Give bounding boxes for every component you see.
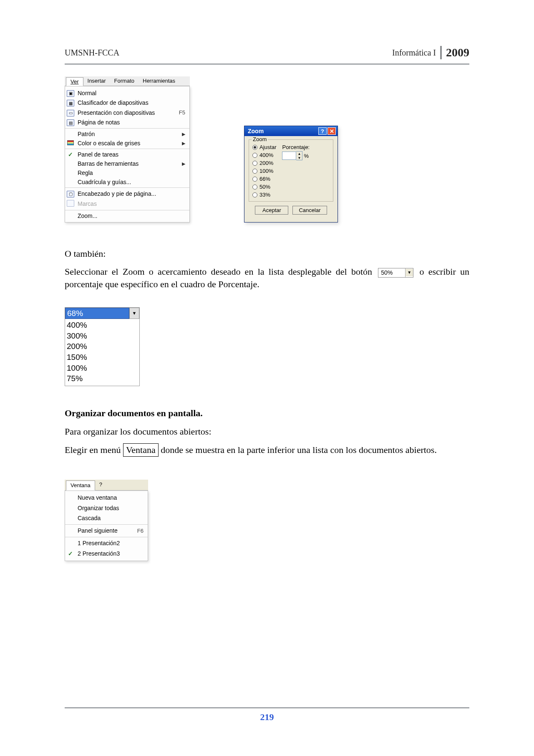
ver-dropdown: ▣ Normal ▦ Clasificador de diapositivas … — [65, 86, 190, 223]
text-para-elegir: Elegir en menú Ventana donde se muestra … — [65, 443, 469, 457]
zoom-dropdown-inline[interactable]: 50% ▼ — [378, 268, 413, 278]
dropdown-selected[interactable]: 68% — [65, 308, 129, 319]
text-intro-zoom: Seleccionar el Zoom o acercamiento desea… — [65, 265, 469, 290]
zoom-dropdown-value: 50% — [378, 268, 406, 277]
radio-200[interactable]: 200% — [252, 160, 276, 166]
cancelar-button[interactable]: Cancelar — [292, 206, 327, 215]
marks-icon — [66, 200, 75, 208]
menu-item-panel-siguiente[interactable]: Panel siguiente F6 — [65, 526, 148, 536]
menu-item-patron[interactable]: Patrón ▶ — [65, 129, 189, 139]
close-button[interactable]: ✕ — [327, 127, 336, 135]
submenu-arrow-icon: ▶ — [182, 141, 185, 146]
year: 2009 — [440, 46, 469, 59]
dropdown-option[interactable]: 300% — [67, 331, 138, 341]
text-para-organizar: Para organizar los documentos abiertos: — [65, 425, 469, 438]
submenu-arrow-icon: ▶ — [182, 161, 185, 167]
boxed-ventana: Ventana — [123, 443, 159, 457]
menu-item-presentacion2[interactable]: 1 Presentación2 — [65, 538, 148, 549]
menu-item-barras[interactable]: Barras de herramientas ▶ — [65, 159, 189, 168]
radio-ajustar[interactable]: Ajustar — [252, 144, 276, 150]
header-footer-icon: ▢ — [66, 190, 75, 197]
page-header: UMSNH-FCCA Informática I 2009 — [65, 46, 469, 65]
porcentaje-input[interactable] — [282, 152, 296, 160]
slideshow-icon: ▭ — [66, 109, 75, 116]
section-title-organizar: Organizar documentos en pantalla. — [65, 407, 469, 420]
ver-menu-screenshot: Ver Insertar Formato Herramientas ▣ Norm… — [65, 76, 190, 223]
menu-insertar[interactable]: Insertar — [83, 77, 110, 86]
zoom-groupbox: Zoom Ajustar 400% 200% 100% 66% 50% — [249, 139, 333, 202]
groupbox-title: Zoom — [252, 136, 268, 142]
porcentaje-spinner[interactable]: ▲▼ — [296, 151, 302, 160]
menu-ventana[interactable]: Ventana — [66, 480, 95, 491]
menu-item-color-escala[interactable]: Color o escala de grises ▶ — [65, 139, 189, 148]
color-grayscale-icon — [66, 140, 75, 147]
porcentaje-label: Porcentaje: — [282, 144, 310, 150]
menu-item-presentacion3[interactable]: ✓ 2 Presentación3 — [65, 549, 148, 559]
org-name: UMSNH-FCCA — [65, 48, 119, 58]
percent-sign: % — [304, 153, 309, 159]
normal-view-icon: ▣ — [66, 89, 75, 97]
radio-33[interactable]: 33% — [252, 192, 276, 198]
aceptar-button[interactable]: Aceptar — [255, 206, 288, 215]
menu-formato[interactable]: Formato — [110, 77, 139, 86]
menu-item-regla[interactable]: Regla — [65, 168, 189, 177]
menu-item-encabezado[interactable]: ▢ Encabezado y pie de página... — [65, 189, 189, 199]
dialog-title: Zoom — [248, 128, 317, 134]
ventana-menubar: Ventana ? — [65, 480, 148, 491]
menu-item-presentacion[interactable]: ▭ Presentación con diapositivas F5 — [65, 108, 189, 118]
radio-400[interactable]: 400% — [252, 152, 276, 158]
dropdown-option[interactable]: 400% — [67, 320, 138, 331]
zoom-dropdown-open: 68% ▼ 400% 300% 200% 150% 100% 75% — [65, 307, 140, 386]
dialog-titlebar: Zoom ? ✕ — [244, 126, 338, 136]
menu-item-panel-tareas[interactable]: ✓ Panel de tareas — [65, 150, 189, 159]
header-right: Informática I 2009 — [392, 46, 469, 59]
notes-page-icon: ▤ — [66, 119, 75, 126]
menu-item-zoom[interactable]: Zoom... — [65, 211, 189, 220]
dropdown-arrow-icon[interactable]: ▼ — [406, 269, 413, 276]
radio-100[interactable]: 100% — [252, 168, 276, 174]
course-name: Informática I — [392, 48, 436, 58]
submenu-arrow-icon: ▶ — [182, 131, 185, 137]
menu-item-pagina-notas[interactable]: ▤ Página de notas — [65, 118, 189, 128]
radio-66[interactable]: 66% — [252, 176, 276, 182]
dropdown-option[interactable]: 100% — [67, 363, 138, 374]
help-button[interactable]: ? — [318, 127, 327, 135]
menu-item-clasificador[interactable]: ▦ Clasificador de diapositivas — [65, 98, 189, 108]
page-footer: 219 — [65, 707, 469, 723]
menu-item-normal[interactable]: ▣ Normal — [65, 88, 189, 98]
menu-item-cascada[interactable]: Cascada — [65, 513, 148, 523]
dropdown-option[interactable]: 150% — [67, 352, 138, 363]
dropdown-arrow-icon[interactable]: ▼ — [129, 308, 139, 319]
menu-ver[interactable]: Ver — [66, 77, 83, 86]
check-icon: ✓ — [66, 151, 75, 158]
page-number: 219 — [260, 712, 274, 722]
menubar: Ver Insertar Formato Herramientas — [65, 76, 190, 86]
dropdown-option[interactable]: 75% — [67, 373, 138, 384]
menu-item-cuadricula[interactable]: Cuadrícula y guías... — [65, 177, 189, 187]
ventana-menu-screenshot: Ventana ? Nueva ventana Organizar todas … — [65, 480, 148, 561]
zoom-dialog: Zoom ? ✕ Zoom Ajustar 400% 200% — [244, 126, 338, 223]
ventana-dropdown: Nueva ventana Organizar todas Cascada Pa… — [65, 491, 148, 561]
menu-item-nueva-ventana[interactable]: Nueva ventana — [65, 493, 148, 503]
menu-help[interactable]: ? — [95, 480, 106, 490]
menu-herramientas[interactable]: Herramientas — [139, 77, 179, 86]
menu-item-marcas: Marcas — [65, 199, 189, 209]
text-otambien: O también: — [65, 248, 469, 260]
radio-50[interactable]: 50% — [252, 184, 276, 190]
check-icon: ✓ — [66, 550, 75, 558]
slide-sorter-icon: ▦ — [66, 99, 75, 107]
dropdown-option[interactable]: 200% — [67, 341, 138, 352]
menu-item-organizar-todas[interactable]: Organizar todas — [65, 503, 148, 513]
